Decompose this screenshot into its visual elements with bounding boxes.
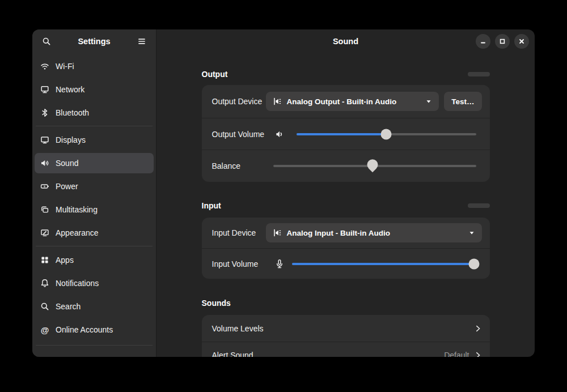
slider-fill bbox=[297, 133, 387, 135]
sidebar-item-label: Appearance bbox=[56, 228, 99, 237]
minimize-icon bbox=[480, 38, 486, 45]
sidebar-item-label: Wi-Fi bbox=[56, 62, 74, 71]
soundcard-icon bbox=[273, 97, 282, 106]
sidebar-item-wifi[interactable]: Wi-Fi bbox=[35, 56, 154, 76]
sidebar-item-appearance[interactable]: Appearance bbox=[35, 223, 154, 243]
sidebar-separator bbox=[36, 246, 153, 246]
sidebar-item-label: Network bbox=[56, 85, 84, 94]
volume-levels-label: Volume Levels bbox=[212, 324, 264, 333]
maximize-button[interactable] bbox=[495, 34, 510, 49]
search-icon bbox=[42, 37, 51, 46]
input-device-value: Analog Input - Built-in Audio bbox=[287, 229, 390, 237]
window-controls bbox=[476, 29, 529, 53]
page-title: Sound bbox=[333, 37, 358, 46]
appearance-icon bbox=[40, 228, 49, 237]
output-volume-label: Output Volume bbox=[212, 130, 271, 139]
section-heading: Sounds bbox=[202, 299, 231, 308]
output-card: Output Device Analog Output - Built-in A… bbox=[202, 85, 490, 182]
sidebar-item-apps[interactable]: Apps bbox=[35, 250, 154, 270]
chevron-right-icon bbox=[474, 351, 482, 357]
output-device-dropdown[interactable]: Analog Output - Built-in Audio bbox=[266, 92, 439, 111]
balance-label: Balance bbox=[212, 161, 271, 171]
network-icon bbox=[40, 85, 49, 94]
sidebar: Settings Wi-Fi Network bbox=[32, 29, 156, 357]
sidebar-item-label: Sound bbox=[56, 159, 78, 168]
sidebar-headerbar: Settings bbox=[32, 29, 156, 53]
soundcard-icon bbox=[273, 228, 282, 237]
bell-icon bbox=[40, 279, 49, 288]
close-button[interactable] bbox=[514, 34, 529, 49]
chevron-down-icon bbox=[468, 229, 475, 236]
input-section-title: Input bbox=[202, 201, 490, 211]
sidebar-item-label: Displays bbox=[56, 135, 86, 144]
chevron-right-icon bbox=[474, 325, 482, 333]
balance-pin-handle[interactable] bbox=[365, 157, 380, 172]
sidebar-separator bbox=[36, 345, 153, 346]
balance-row: Balance bbox=[202, 150, 490, 182]
output-section-title: Output bbox=[202, 69, 490, 79]
sidebar-item-label: Search bbox=[56, 302, 81, 311]
search-icon bbox=[40, 302, 49, 311]
sidebar-item-network[interactable]: Network bbox=[35, 79, 154, 100]
battery-icon bbox=[40, 182, 49, 191]
sidebar-item-search[interactable]: Search bbox=[35, 296, 154, 317]
wifi-icon bbox=[40, 62, 49, 71]
output-device-value: Analog Output - Built-in Audio bbox=[287, 97, 397, 106]
sidebar-item-multitasking[interactable]: Multitasking bbox=[35, 199, 154, 220]
output-level-pill bbox=[468, 72, 490, 76]
sidebar-item-power[interactable]: Power bbox=[35, 176, 154, 197]
sidebar-item-bluetooth[interactable]: Bluetooth bbox=[35, 103, 154, 123]
main-panel: Sound Output bbox=[156, 29, 535, 357]
content-scroll-area[interactable]: Output Output Device Analog Output - Bui… bbox=[156, 53, 535, 357]
sidebar-item-notifications[interactable]: Notifications bbox=[35, 273, 154, 293]
input-device-dropdown[interactable]: Analog Input - Built-in Audio bbox=[266, 223, 482, 242]
output-volume-row: Output Volume bbox=[202, 118, 490, 150]
volume-levels-row[interactable]: Volume Levels bbox=[202, 315, 490, 342]
slider-handle[interactable] bbox=[381, 129, 392, 139]
input-volume-row: Input Volume bbox=[202, 248, 490, 279]
sidebar-item-label: Notifications bbox=[56, 279, 99, 288]
sidebar-item-label: Online Accounts bbox=[56, 325, 113, 334]
settings-window: Settings Wi-Fi Network bbox=[32, 29, 535, 357]
section-heading: Input bbox=[202, 201, 221, 210]
sidebar-item-label: Apps bbox=[56, 255, 74, 265]
alert-sound-label: Alert Sound bbox=[212, 351, 253, 357]
alert-sound-value: Default bbox=[444, 351, 469, 357]
sidebar-item-displays[interactable]: Displays bbox=[35, 130, 154, 150]
input-device-row: Input Device Analog Input - Built-in Aud… bbox=[202, 218, 490, 248]
output-device-label: Output Device bbox=[212, 97, 266, 106]
alert-sound-row[interactable]: Alert Sound Default bbox=[202, 342, 490, 357]
chevron-down-icon bbox=[425, 98, 432, 105]
maximize-icon bbox=[499, 38, 506, 45]
output-volume-slider[interactable] bbox=[297, 128, 476, 140]
sidebar-item-label: Power bbox=[56, 182, 78, 191]
close-icon bbox=[518, 38, 525, 45]
sound-page: Output Output Device Analog Output - Bui… bbox=[202, 69, 490, 357]
slider-handle[interactable] bbox=[469, 258, 480, 269]
sidebar-list: Wi-Fi Network Bluetooth Display bbox=[32, 53, 156, 357]
input-volume-slider[interactable] bbox=[292, 258, 476, 270]
volume-medium-icon bbox=[274, 129, 285, 139]
sidebar-separator bbox=[36, 126, 153, 126]
multitasking-icon bbox=[40, 205, 49, 214]
sidebar-title: Settings bbox=[78, 37, 110, 46]
output-device-row: Output Device Analog Output - Built-in A… bbox=[202, 85, 490, 118]
slider-fill bbox=[292, 263, 475, 265]
section-heading: Output bbox=[202, 70, 228, 79]
hamburger-menu-icon bbox=[137, 37, 146, 46]
sidebar-item-sound[interactable]: Sound bbox=[35, 153, 154, 173]
input-level-pill bbox=[468, 203, 490, 208]
at-sign-icon bbox=[40, 325, 49, 334]
displays-icon bbox=[40, 135, 49, 144]
test-speakers-button[interactable]: Test… bbox=[444, 92, 481, 111]
microphone-icon bbox=[274, 259, 285, 269]
input-volume-label: Input Volume bbox=[212, 259, 271, 269]
sidebar-item-online-accounts[interactable]: Online Accounts bbox=[35, 319, 154, 340]
main-menu-button[interactable] bbox=[133, 33, 150, 50]
search-button[interactable] bbox=[38, 33, 55, 50]
minimize-button[interactable] bbox=[476, 34, 490, 49]
bluetooth-icon bbox=[40, 108, 49, 117]
sidebar-item-label: Bluetooth bbox=[56, 108, 89, 117]
balance-slider[interactable] bbox=[273, 160, 476, 172]
input-device-label: Input Device bbox=[212, 228, 266, 237]
